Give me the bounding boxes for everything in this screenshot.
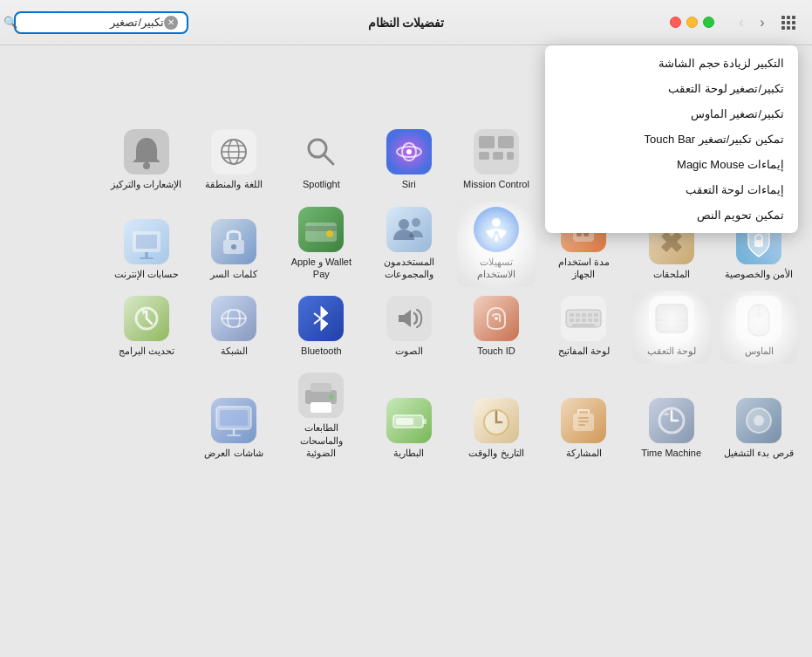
pref-item[interactable]: الماوس [720, 291, 798, 364]
svg-rect-89 [588, 313, 592, 317]
svg-rect-121 [423, 419, 426, 424]
pref-item[interactable]: قرص بدء التشغيل [720, 367, 798, 466]
search-bar[interactable]: ✕ 🔍 [14, 11, 188, 34]
svg-rect-40 [298, 129, 344, 175]
pref-icon [561, 296, 606, 341]
pref-item[interactable]: Spotlight [282, 112, 360, 198]
dropdown-item[interactable]: تكبير/تصغير الماوس [545, 101, 798, 127]
svg-rect-87 [576, 313, 580, 317]
pref-icon [649, 296, 694, 341]
pref-label: المشاركة [566, 447, 602, 459]
pref-label: Bluetooth [301, 345, 341, 357]
pref-item[interactable]: حسابات الإنترنت [107, 202, 186, 288]
grid-view-icon[interactable] [779, 13, 798, 32]
pref-item[interactable]: الطابعات والماسحات الضوئية [282, 367, 360, 466]
svg-point-98 [495, 317, 498, 320]
svg-rect-4 [787, 21, 790, 24]
svg-rect-91 [570, 318, 574, 322]
pref-item[interactable]: البطارية [370, 367, 448, 466]
pref-item[interactable]: Siri [370, 112, 448, 198]
pref-icon [211, 129, 256, 175]
pref-item[interactable]: التاريخ والوقت [457, 367, 536, 466]
pref-icon [211, 296, 256, 341]
dropdown-item[interactable]: إيماءات Magic Mouse [545, 152, 798, 177]
pref-label: تحديث البرامج [119, 345, 174, 357]
pref-item[interactable]: المشاركة [544, 367, 623, 466]
pref-item[interactable]: الشبكة [194, 291, 273, 364]
pref-item[interactable]: الصوت [370, 291, 448, 364]
pref-item[interactable]: Touch ID [457, 291, 536, 364]
window-title: تفضيلات النظام [368, 16, 445, 30]
pref-item[interactable]: Time Machine [632, 367, 711, 466]
back-button[interactable]: ‹ [732, 13, 751, 32]
svg-point-39 [406, 149, 412, 154]
pref-icon [124, 219, 169, 264]
pref-label: المستخدمون والمجموعات [373, 256, 445, 281]
dropdown-item[interactable]: تمكين تحويم النص [545, 202, 798, 228]
pref-item [19, 291, 98, 364]
pref-label: Wallet و Apple Pay [285, 256, 357, 281]
pref-icon [386, 398, 432, 443]
pref-item [19, 367, 98, 466]
svg-rect-8 [792, 26, 795, 30]
svg-rect-3 [781, 21, 785, 24]
titlebar: ‹ › تفضيلات النظام ✕ 🔍 [0, 0, 812, 45]
pref-item[interactable]: كلمات السر [194, 202, 273, 288]
svg-rect-116 [578, 424, 585, 426]
dropdown-item[interactable]: تمكين تكبير/تصغير Touch Bar [545, 127, 798, 152]
search-input[interactable] [17, 16, 164, 29]
titlebar-left: ‹ › [670, 13, 798, 32]
svg-rect-33 [479, 152, 489, 160]
svg-rect-115 [578, 421, 589, 422]
pref-label: شاشات العرض [204, 447, 263, 459]
pref-icon [386, 207, 432, 252]
nav-arrows: ‹ › [732, 13, 772, 32]
pref-item[interactable]: تحديث البرامج [107, 291, 186, 364]
pref-label: Touch ID [477, 345, 515, 357]
pref-icon [124, 296, 169, 341]
pref-item[interactable]: المستخدمون والمجموعات [370, 202, 448, 288]
pref-icon [298, 296, 344, 341]
minimize-button[interactable] [686, 17, 698, 28]
pref-icon [561, 398, 606, 443]
pref-item[interactable]: Bluetooth [282, 291, 360, 364]
pref-item[interactable]: لوحة المفاتيح [544, 291, 623, 364]
svg-rect-68 [305, 226, 337, 231]
pref-label: الشبكة [221, 345, 248, 357]
forward-button[interactable]: › [753, 13, 772, 32]
pref-item[interactable]: اللغة والمنطقة [194, 112, 273, 198]
pref-label: Mission Control [463, 178, 529, 190]
search-icon: 🔍 [3, 16, 17, 29]
svg-rect-126 [310, 402, 331, 413]
pref-item[interactable]: Wallet و Apple Pay [282, 202, 360, 288]
pref-item[interactable]: شاشات العرض [194, 367, 273, 466]
maximize-button[interactable] [703, 17, 714, 28]
pref-item[interactable]: لوحة التعقب [632, 291, 711, 364]
pref-item[interactable]: الإشعارات والتركيز [107, 112, 186, 198]
pref-label: الطابعات والماسحات الضوئية [285, 421, 357, 459]
pref-icon [474, 296, 519, 341]
pref-item[interactable]: Mission Control [457, 112, 536, 198]
svg-rect-130 [220, 410, 248, 426]
pref-item [19, 112, 98, 198]
svg-rect-0 [781, 16, 785, 19]
pref-label: كلمات السر [210, 268, 256, 280]
svg-rect-77 [140, 257, 154, 259]
svg-point-109 [754, 415, 764, 426]
close-button[interactable] [670, 17, 681, 28]
svg-rect-88 [582, 313, 586, 317]
svg-rect-82 [656, 305, 687, 332]
clear-search-button[interactable]: ✕ [164, 16, 178, 30]
svg-rect-94 [588, 318, 592, 322]
pref-label: Time Machine [641, 447, 701, 459]
pref-item[interactable]: تسهيلات الاستخدام [457, 202, 536, 288]
dropdown-item[interactable]: التكبير لزيادة حجم الشاشة [545, 51, 798, 76]
dropdown-item[interactable]: إيماءات لوحة التعقب [545, 177, 798, 202]
pref-icon [298, 373, 344, 418]
pref-label: التاريخ والوقت [468, 447, 523, 459]
pref-label: الصوت [395, 345, 423, 357]
svg-rect-125 [310, 383, 331, 392]
svg-rect-96 [572, 324, 595, 327]
dropdown-item[interactable]: تكبير/تصغير لوحة التعقب [545, 76, 798, 101]
svg-rect-32 [498, 136, 514, 148]
